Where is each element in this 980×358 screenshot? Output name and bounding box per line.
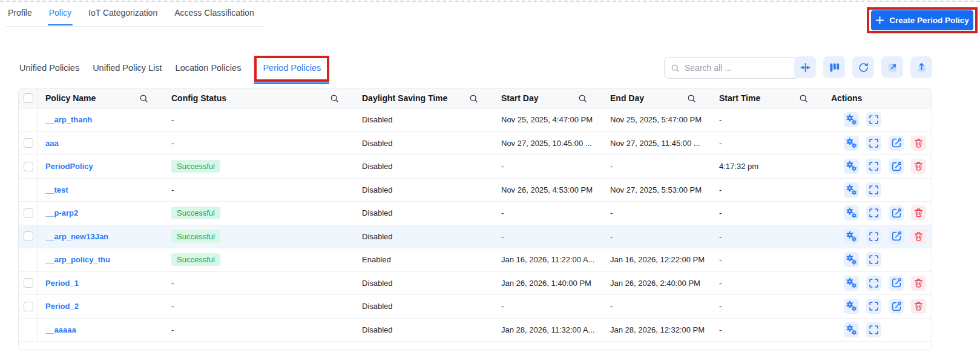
settings-button[interactable] — [844, 205, 859, 220]
cell-daylight-saving-time: Disabled — [355, 185, 494, 194]
row-checkbox[interactable] — [24, 302, 33, 311]
settings-button[interactable] — [844, 322, 859, 337]
column-search-icon[interactable] — [578, 94, 587, 103]
settings-button[interactable] — [844, 299, 859, 314]
subtab-period-policies[interactable]: Period Policies — [254, 56, 329, 82]
create-period-policy-button[interactable]: Create Period Policy — [871, 10, 973, 30]
cell-start-time: - — [712, 302, 824, 311]
policy-name-link[interactable]: aaa — [45, 139, 59, 148]
expand-button[interactable] — [866, 229, 881, 244]
cell-actions — [824, 136, 932, 151]
settings-button[interactable] — [844, 136, 859, 151]
subtab-location-policies[interactable]: Location Policies — [176, 56, 242, 73]
edit-icon — [890, 137, 903, 149]
open-external-button[interactable] — [881, 56, 903, 78]
policy-name-link[interactable]: PeriodPolicy — [45, 162, 93, 171]
settings-icon — [845, 230, 858, 243]
tab-profile[interactable]: Profile — [8, 8, 32, 25]
expand-button[interactable] — [866, 276, 881, 291]
delete-icon — [913, 231, 924, 242]
column-search-icon[interactable] — [687, 94, 696, 103]
table-row: aaa-DisabledNov 27, 2025, 10:45:00 ...No… — [19, 132, 932, 156]
policy-name-link[interactable]: __aaaaa — [45, 325, 76, 334]
cell-start-day: Jan 26, 2026, 1:40:00 PM — [494, 279, 603, 288]
expand-button[interactable] — [866, 299, 881, 314]
delete-button[interactable] — [911, 276, 926, 291]
tab-iot-categorization[interactable]: IoT Categorization — [88, 8, 157, 25]
delete-button[interactable] — [911, 136, 926, 151]
tab-policy[interactable]: Policy — [49, 8, 71, 25]
delete-button[interactable] — [911, 229, 926, 244]
column-search-icon[interactable] — [799, 94, 808, 103]
status-badge: Successful — [171, 160, 220, 173]
cell-select — [19, 319, 38, 342]
cell-policy-name: __aaaaa — [38, 325, 164, 334]
cell-start-time: - — [712, 115, 824, 124]
edit-button[interactable] — [889, 159, 904, 174]
settings-button[interactable] — [844, 182, 859, 197]
row-checkbox[interactable] — [24, 162, 33, 171]
row-checkbox[interactable] — [24, 231, 33, 241]
row-checkbox[interactable] — [24, 278, 33, 288]
policy-name-link[interactable]: __arp_new13Jan — [45, 232, 108, 241]
search-input[interactable] — [685, 63, 792, 73]
table-row: PeriodPolicySuccessfulDisabled--4:17:32 … — [19, 155, 932, 179]
policy-name-link[interactable]: Period_2 — [45, 302, 79, 311]
edit-button[interactable] — [889, 136, 904, 151]
tab-access-classification[interactable]: Access Classification — [174, 8, 254, 25]
column-label: End Day — [610, 93, 644, 103]
column-search-icon[interactable] — [330, 94, 339, 103]
expand-button[interactable] — [866, 136, 881, 151]
settings-icon — [845, 137, 858, 150]
collapse-columns-button[interactable] — [794, 56, 816, 78]
column-search-icon[interactable] — [469, 94, 478, 103]
column-label: Daylight Saving Time — [362, 93, 447, 103]
edit-button[interactable] — [889, 276, 904, 291]
policy-name-link[interactable]: __arp_thanh — [45, 115, 92, 124]
expand-button[interactable] — [866, 205, 881, 220]
delete-button[interactable] — [911, 159, 926, 174]
settings-button[interactable] — [844, 252, 859, 267]
delete-icon — [913, 277, 924, 289]
table-row: __arp_policy_thuSuccessfulEnabledJan 16,… — [19, 248, 932, 272]
delete-icon — [913, 300, 924, 312]
column-label: Policy Name — [45, 93, 96, 103]
expand-button[interactable] — [866, 322, 881, 337]
policy-name-link[interactable]: __arp_policy_thu — [45, 255, 110, 264]
row-checkbox[interactable] — [24, 208, 33, 218]
expand-button[interactable] — [866, 159, 881, 174]
edit-button[interactable] — [889, 299, 904, 314]
select-all-checkbox[interactable] — [24, 93, 33, 103]
edit-icon — [890, 230, 903, 242]
cell-end-day: - — [603, 162, 712, 171]
cell-select — [19, 295, 38, 318]
subtab-unified-policy-list[interactable]: Unified Policy List — [93, 56, 162, 73]
policy-name-link[interactable]: __test — [45, 185, 68, 194]
settings-button[interactable] — [844, 112, 859, 127]
expand-button[interactable] — [866, 252, 881, 267]
status-badge: Successful — [171, 207, 220, 219]
cell-end-day: Nov 27, 2025, 5:53:00 PM — [603, 185, 712, 194]
subtab-unified-policies[interactable]: Unified Policies — [19, 56, 79, 73]
expand-button[interactable] — [866, 112, 881, 127]
refresh-button[interactable] — [852, 56, 874, 78]
settings-button[interactable] — [844, 276, 859, 291]
edit-button[interactable] — [889, 205, 904, 220]
column-search-icon[interactable] — [139, 94, 148, 103]
policy-name-link[interactable]: __p-arp2 — [45, 208, 78, 217]
cell-start-time: - — [712, 325, 824, 334]
table-columns-button[interactable] — [823, 56, 845, 78]
settings-icon — [845, 160, 858, 173]
row-checkbox[interactable] — [24, 138, 33, 148]
delete-button[interactable] — [911, 299, 926, 314]
create-period-policy-annotation: Create Period Policy — [867, 7, 978, 33]
delete-button[interactable] — [911, 205, 926, 220]
policy-name-link[interactable]: Period_1 — [45, 279, 79, 288]
edit-button[interactable] — [889, 229, 904, 244]
settings-button[interactable] — [844, 229, 859, 244]
settings-button[interactable] — [844, 159, 859, 174]
upload-button[interactable] — [910, 56, 932, 78]
expand-button[interactable] — [866, 182, 881, 197]
open-external-icon — [887, 62, 898, 73]
cell-policy-name: aaa — [38, 139, 164, 148]
